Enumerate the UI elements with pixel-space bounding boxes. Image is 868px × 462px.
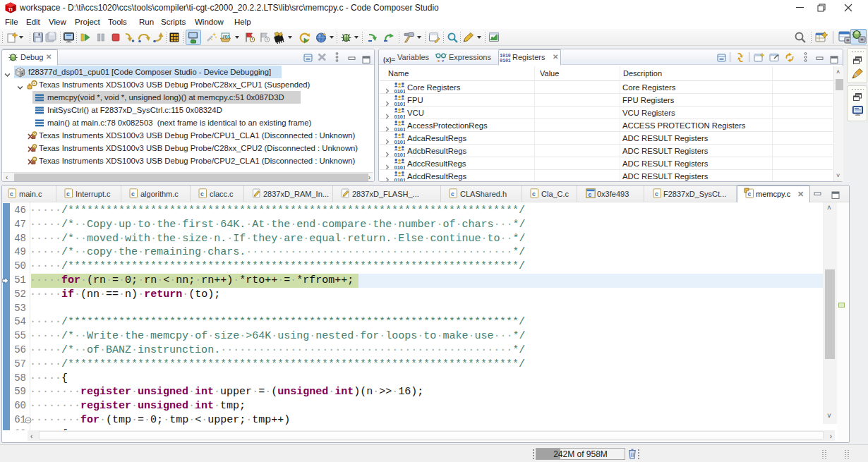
svg-text:0101: 0101 (394, 114, 406, 119)
svg-text:0101: 0101 (394, 101, 406, 107)
svg-text:0101: 0101 (394, 126, 406, 132)
svg-text:c: c (451, 190, 454, 197)
svg-text:0101: 0101 (394, 177, 406, 182)
svg-text:TI: TI (8, 7, 13, 12)
svg-text:c: c (200, 190, 204, 197)
svg-text:0101: 0101 (394, 164, 406, 170)
svg-text:0101: 0101 (394, 88, 406, 94)
svg-text:0101: 0101 (394, 139, 406, 145)
svg-text:0101: 0101 (394, 152, 406, 157)
svg-text:c: c (655, 190, 658, 197)
svg-text:c: c (747, 190, 751, 197)
svg-text:c: c (66, 190, 70, 197)
svg-text:c: c (131, 190, 135, 197)
svg-text:c: c (589, 191, 592, 198)
svg-text:c: c (532, 190, 536, 197)
svg-text:c: c (10, 190, 13, 197)
